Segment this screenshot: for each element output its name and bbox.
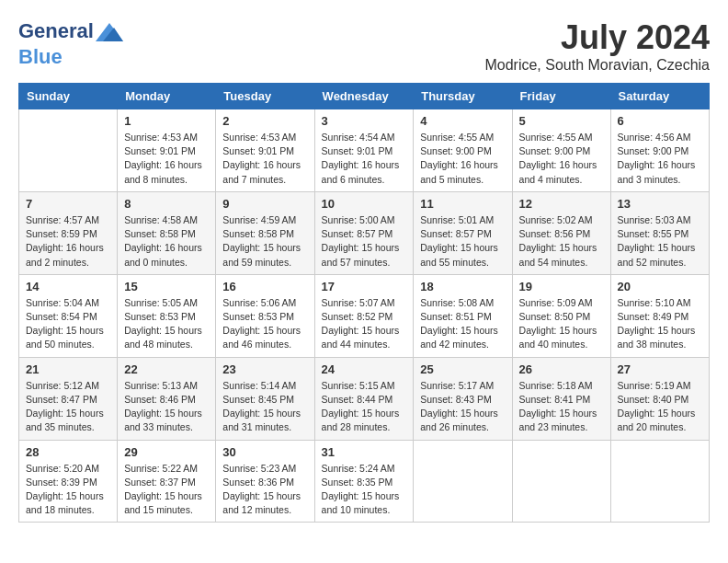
- col-header-tuesday: Tuesday: [216, 84, 314, 109]
- calendar-cell: 21Sunrise: 5:12 AMSunset: 8:47 PMDayligh…: [19, 357, 118, 440]
- day-number: 30: [222, 445, 307, 459]
- calendar-cell: [414, 440, 512, 523]
- cell-info: Sunrise: 5:05 AMSunset: 8:53 PMDaylight:…: [124, 296, 209, 352]
- cell-info: Sunrise: 5:23 AMSunset: 8:36 PMDaylight:…: [222, 462, 307, 518]
- day-number: 14: [26, 280, 110, 293]
- calendar-cell: 18Sunrise: 5:08 AMSunset: 8:51 PMDayligh…: [414, 274, 512, 357]
- logo-text: General Blue: [18, 18, 123, 68]
- day-number: 8: [124, 197, 209, 211]
- calendar-cell: 27Sunrise: 5:19 AMSunset: 8:40 PMDayligh…: [610, 357, 709, 440]
- cell-info: Sunrise: 4:56 AMSunset: 9:00 PMDaylight:…: [618, 131, 702, 187]
- col-header-wednesday: Wednesday: [314, 84, 414, 109]
- cell-info: Sunrise: 4:54 AMSunset: 9:01 PMDaylight:…: [322, 131, 407, 187]
- day-number: 17: [322, 280, 407, 293]
- calendar-cell: 20Sunrise: 5:10 AMSunset: 8:49 PMDayligh…: [610, 274, 709, 357]
- cell-info: Sunrise: 5:20 AMSunset: 8:39 PMDaylight:…: [26, 462, 110, 518]
- day-number: 19: [519, 280, 604, 293]
- cell-info: Sunrise: 5:07 AMSunset: 8:52 PMDaylight:…: [322, 296, 407, 352]
- col-header-friday: Friday: [512, 84, 610, 109]
- calendar-cell: 19Sunrise: 5:09 AMSunset: 8:50 PMDayligh…: [512, 274, 610, 357]
- calendar-cell: 30Sunrise: 5:23 AMSunset: 8:36 PMDayligh…: [216, 440, 314, 523]
- month-year: July 2024: [484, 18, 710, 57]
- day-number: 20: [618, 280, 702, 293]
- calendar-cell: 6Sunrise: 4:56 AMSunset: 9:00 PMDaylight…: [610, 109, 709, 192]
- day-number: 9: [222, 197, 307, 211]
- calendar-cell: 29Sunrise: 5:22 AMSunset: 8:37 PMDayligh…: [118, 440, 216, 523]
- day-number: 5: [519, 114, 604, 128]
- calendar-cell: 8Sunrise: 4:58 AMSunset: 8:58 PMDaylight…: [118, 191, 216, 274]
- calendar-cell: 10Sunrise: 5:00 AMSunset: 8:57 PMDayligh…: [314, 191, 414, 274]
- cell-info: Sunrise: 5:10 AMSunset: 8:49 PMDaylight:…: [618, 296, 702, 352]
- day-number: 28: [26, 445, 110, 459]
- calendar-cell: 17Sunrise: 5:07 AMSunset: 8:52 PMDayligh…: [314, 274, 414, 357]
- cell-info: Sunrise: 5:18 AMSunset: 8:41 PMDaylight:…: [519, 379, 604, 435]
- day-number: 11: [420, 197, 505, 211]
- day-number: 4: [420, 114, 505, 128]
- calendar-cell: 31Sunrise: 5:24 AMSunset: 8:35 PMDayligh…: [314, 440, 414, 523]
- page-header: General Blue July 2024 Modrice, South Mo…: [18, 18, 710, 74]
- day-number: 25: [420, 362, 505, 376]
- logo: General Blue: [18, 18, 123, 68]
- location: Modrice, South Moravian, Czechia: [484, 57, 710, 74]
- cell-info: Sunrise: 4:55 AMSunset: 9:00 PMDaylight:…: [519, 131, 604, 187]
- cell-info: Sunrise: 4:53 AMSunset: 9:01 PMDaylight:…: [124, 131, 209, 187]
- cell-info: Sunrise: 4:59 AMSunset: 8:58 PMDaylight:…: [222, 213, 307, 270]
- day-number: 29: [124, 445, 209, 459]
- cell-info: Sunrise: 5:14 AMSunset: 8:45 PMDaylight:…: [222, 379, 307, 435]
- calendar-table: SundayMondayTuesdayWednesdayThursdayFrid…: [18, 83, 710, 523]
- calendar-body: 1Sunrise: 4:53 AMSunset: 9:01 PMDaylight…: [19, 109, 710, 523]
- calendar-cell: 5Sunrise: 4:55 AMSunset: 9:00 PMDaylight…: [512, 109, 610, 192]
- day-number: 31: [322, 445, 407, 459]
- calendar-cell: 4Sunrise: 4:55 AMSunset: 9:00 PMDaylight…: [414, 109, 512, 192]
- cell-info: Sunrise: 5:08 AMSunset: 8:51 PMDaylight:…: [420, 296, 505, 352]
- day-number: 6: [618, 114, 702, 128]
- calendar-cell: 3Sunrise: 4:54 AMSunset: 9:01 PMDaylight…: [314, 109, 414, 192]
- cell-info: Sunrise: 5:00 AMSunset: 8:57 PMDaylight:…: [322, 213, 407, 270]
- calendar-cell: 1Sunrise: 4:53 AMSunset: 9:01 PMDaylight…: [118, 109, 216, 192]
- logo-blue: Blue: [18, 45, 63, 68]
- col-header-saturday: Saturday: [610, 84, 709, 109]
- day-number: 1: [124, 114, 209, 128]
- cell-info: Sunrise: 5:03 AMSunset: 8:55 PMDaylight:…: [618, 213, 702, 270]
- title-area: July 2024 Modrice, South Moravian, Czech…: [484, 18, 710, 74]
- day-number: 13: [618, 197, 702, 211]
- day-number: 16: [222, 280, 307, 293]
- calendar-week-row: 1Sunrise: 4:53 AMSunset: 9:01 PMDaylight…: [19, 109, 710, 192]
- cell-info: Sunrise: 5:15 AMSunset: 8:44 PMDaylight:…: [322, 379, 407, 435]
- cell-info: Sunrise: 5:06 AMSunset: 8:53 PMDaylight:…: [222, 296, 307, 352]
- cell-info: Sunrise: 4:58 AMSunset: 8:58 PMDaylight:…: [124, 213, 209, 270]
- cell-info: Sunrise: 4:55 AMSunset: 9:00 PMDaylight:…: [420, 131, 505, 187]
- day-number: 3: [322, 114, 407, 128]
- day-number: 7: [26, 197, 110, 211]
- calendar-cell: 28Sunrise: 5:20 AMSunset: 8:39 PMDayligh…: [19, 440, 118, 523]
- cell-info: Sunrise: 5:09 AMSunset: 8:50 PMDaylight:…: [519, 296, 604, 352]
- cell-info: Sunrise: 5:04 AMSunset: 8:54 PMDaylight:…: [26, 296, 110, 352]
- calendar-week-row: 14Sunrise: 5:04 AMSunset: 8:54 PMDayligh…: [19, 274, 710, 357]
- cell-info: Sunrise: 5:24 AMSunset: 8:35 PMDaylight:…: [322, 462, 407, 518]
- cell-info: Sunrise: 5:17 AMSunset: 8:43 PMDaylight:…: [420, 379, 505, 435]
- calendar-cell: 26Sunrise: 5:18 AMSunset: 8:41 PMDayligh…: [512, 357, 610, 440]
- cell-info: Sunrise: 4:57 AMSunset: 8:59 PMDaylight:…: [26, 213, 110, 270]
- day-number: 2: [222, 114, 307, 128]
- day-number: 18: [420, 280, 505, 293]
- calendar-week-row: 7Sunrise: 4:57 AMSunset: 8:59 PMDaylight…: [19, 191, 710, 274]
- day-number: 12: [519, 197, 604, 211]
- calendar-cell: 24Sunrise: 5:15 AMSunset: 8:44 PMDayligh…: [314, 357, 414, 440]
- day-number: 15: [124, 280, 209, 293]
- cell-info: Sunrise: 5:19 AMSunset: 8:40 PMDaylight:…: [618, 379, 702, 435]
- calendar-week-row: 21Sunrise: 5:12 AMSunset: 8:47 PMDayligh…: [19, 357, 710, 440]
- col-header-monday: Monday: [118, 84, 216, 109]
- col-header-thursday: Thursday: [414, 84, 512, 109]
- calendar-cell: 25Sunrise: 5:17 AMSunset: 8:43 PMDayligh…: [414, 357, 512, 440]
- header-row: SundayMondayTuesdayWednesdayThursdayFrid…: [19, 84, 710, 109]
- calendar-header: SundayMondayTuesdayWednesdayThursdayFrid…: [19, 84, 710, 109]
- cell-info: Sunrise: 5:22 AMSunset: 8:37 PMDaylight:…: [124, 462, 209, 518]
- calendar-cell: 23Sunrise: 5:14 AMSunset: 8:45 PMDayligh…: [216, 357, 314, 440]
- calendar-cell: 11Sunrise: 5:01 AMSunset: 8:57 PMDayligh…: [414, 191, 512, 274]
- calendar-cell: [610, 440, 709, 523]
- day-number: 22: [124, 362, 209, 376]
- calendar-cell: 13Sunrise: 5:03 AMSunset: 8:55 PMDayligh…: [610, 191, 709, 274]
- calendar-cell: 12Sunrise: 5:02 AMSunset: 8:56 PMDayligh…: [512, 191, 610, 274]
- day-number: 24: [322, 362, 407, 376]
- cell-info: Sunrise: 5:02 AMSunset: 8:56 PMDaylight:…: [519, 213, 604, 270]
